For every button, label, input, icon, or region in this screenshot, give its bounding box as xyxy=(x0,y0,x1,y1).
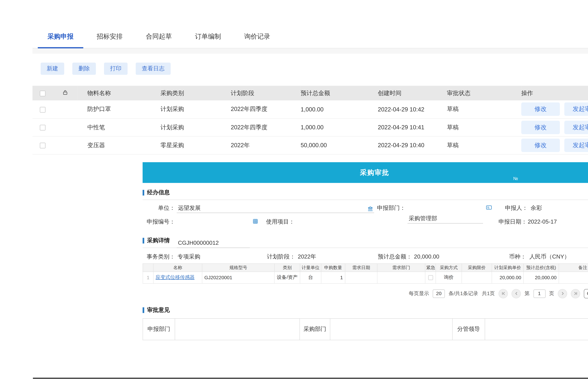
edit-button[interactable]: 修改 xyxy=(521,138,560,152)
tab-inquiry-record[interactable]: 询价记录 xyxy=(234,32,280,48)
section-approval-opinion: 审批意见 xyxy=(143,306,588,315)
start-approval-button[interactable]: 发起审批 xyxy=(564,102,588,116)
row-checkbox[interactable] xyxy=(40,125,45,130)
table-row: 防护口罩 计划采购 2022年四季度 1,000.00 2022-04-29 1… xyxy=(32,100,588,118)
page-number-input[interactable] xyxy=(533,289,545,298)
detail-header-row: 名称 规格型号 类别 计量单位 申购数量 需求日期 需求部门 紧急 采购方式 采… xyxy=(143,263,588,271)
section-title: 审批意见 xyxy=(147,306,170,314)
dcol-remark: 备注 xyxy=(559,263,588,271)
tab-order-prepare[interactable]: 订单编制 xyxy=(185,32,231,48)
opinion-purchase-dept-value xyxy=(330,318,452,340)
table-header-row: 物料名称 采购类别 计划阶段 预计总金额 创建时间 审批状态 操作 xyxy=(32,86,588,100)
dept-picker-icon[interactable] xyxy=(486,204,492,212)
table-row: 变压器 零星采购 2022年 50,000.00 2022-04-29 10:4… xyxy=(32,136,588,154)
edit-button[interactable]: 修改 xyxy=(521,121,560,134)
dcol-need-dept: 需求部门 xyxy=(377,263,425,271)
dcol-total-tax: 预计总价(含税) xyxy=(523,263,559,271)
select-all-checkbox[interactable] xyxy=(40,91,45,96)
applicant-value: 余彩 xyxy=(531,202,542,213)
urgent-checkbox[interactable] xyxy=(428,275,433,280)
panel-header: 采购审批 № xyxy=(143,162,588,183)
section-bar-icon xyxy=(143,190,144,195)
opinion-purchase-dept-label: 采购部门 xyxy=(300,318,330,340)
org-picker-icon[interactable] xyxy=(367,204,373,215)
dcol-method: 采购方式 xyxy=(436,263,462,271)
page-suffix: 页 xyxy=(549,290,554,297)
start-approval-button[interactable]: 发起审批 xyxy=(564,138,588,152)
tab-bidding-arrange[interactable]: 招标安排 xyxy=(87,32,132,48)
cell-stage: 2022年 xyxy=(231,136,301,154)
dept-label: 申报部门： xyxy=(375,202,406,213)
stage-label: 计划阶段： xyxy=(267,252,295,261)
new-button[interactable]: 新建 xyxy=(41,63,64,75)
procurement-approval-panel: 采购审批 № 经办信息 单位： 远望发展 申报部门： 采购管理部 xyxy=(143,162,588,340)
row-checkbox[interactable] xyxy=(40,107,45,112)
opinion-declare-dept-value xyxy=(175,318,300,340)
panel-title: 采购审批 xyxy=(360,168,389,177)
cell-category: 计划采购 xyxy=(161,118,231,136)
print-button[interactable]: 打印 xyxy=(104,63,127,75)
go-button[interactable]: GO xyxy=(584,289,588,298)
detail-row-index: 1 xyxy=(143,271,153,283)
item-remark xyxy=(559,271,588,283)
col-header-status: 审批状态 xyxy=(447,86,521,100)
decl-no-value: CGJH00000012 xyxy=(178,239,219,246)
cell-status: 草稿 xyxy=(447,118,521,136)
start-approval-button[interactable]: 发起审批 xyxy=(564,121,588,134)
prev-page-icon[interactable] xyxy=(512,289,521,298)
edit-button[interactable]: 修改 xyxy=(521,102,560,116)
toolbar: 新建 删除 打印 查看日志 xyxy=(32,63,588,75)
col-header-amount: 预计总金额 xyxy=(301,86,378,100)
total-value: 20,000.00 xyxy=(414,252,439,261)
cell-amount: 1,000.00 xyxy=(301,118,378,136)
delete-button[interactable]: 删除 xyxy=(72,63,96,75)
item-unit: 台 xyxy=(300,271,321,283)
col-header-name: 物料名称 xyxy=(77,86,160,100)
records-label: 条/共1条记录 xyxy=(449,290,478,297)
item-category: 设备/资产 xyxy=(274,271,300,283)
item-plan-price: 20,000.00 xyxy=(492,271,523,283)
agent-info-form: 单位： 远望发展 申报部门： 采购管理部 申报人： 余彩 申报编号： xyxy=(143,200,588,231)
table-row: 中性笔 计划采购 2022年四季度 1,000.00 2022-04-29 10… xyxy=(32,118,588,136)
cell-stage: 2022年四季度 xyxy=(231,100,301,118)
last-page-icon[interactable] xyxy=(571,289,580,298)
cell-created: 2022-04-29 10:42 xyxy=(378,100,447,118)
item-name-link[interactable]: 应变式位移传感器 xyxy=(156,274,195,280)
next-page-icon[interactable] xyxy=(558,289,567,298)
date-value: 2022-05-17 xyxy=(528,216,557,227)
stage-value: 2022年 xyxy=(298,252,316,261)
panel-number-label: № xyxy=(513,176,518,181)
cell-name: 变压器 xyxy=(77,136,160,154)
cell-stage: 2022年四季度 xyxy=(231,118,301,136)
dcol-urgent: 紧急 xyxy=(425,263,436,271)
page-prefix: 第 xyxy=(525,290,529,297)
lock-icon xyxy=(62,90,68,96)
decl-no-field[interactable]: CGJH00000012 xyxy=(177,237,250,248)
material-list-table: 物料名称 采购类别 计划阶段 预计总金额 创建时间 审批状态 操作 防护口罩 计… xyxy=(32,86,588,154)
per-page-input[interactable] xyxy=(433,289,445,298)
total-pages-label: 共1页 xyxy=(482,290,495,297)
divider-band xyxy=(32,48,588,54)
per-page-label: 每页显示 xyxy=(409,290,429,297)
first-page-icon[interactable] xyxy=(498,289,508,298)
col-header-stage: 计划阶段 xyxy=(231,86,301,100)
cell-created: 2022-04-29 10:40 xyxy=(378,136,447,154)
dcol-model: 规格型号 xyxy=(202,263,274,271)
number-picker-icon[interactable] xyxy=(252,218,258,225)
dcol-name: 名称 xyxy=(153,263,202,271)
section-bar-icon xyxy=(143,307,144,313)
cell-status: 草稿 xyxy=(447,136,521,154)
row-checkbox[interactable] xyxy=(40,143,45,148)
section-bar-icon xyxy=(143,237,144,243)
col-header-ops: 操作 xyxy=(521,86,588,100)
bottom-edge xyxy=(33,378,588,379)
dept-field[interactable]: 采购管理部 xyxy=(407,213,483,223)
tab-contract-draft[interactable]: 合同起草 xyxy=(136,32,181,48)
tab-procurement-declare[interactable]: 采购申报 xyxy=(38,32,83,48)
txn-type-value: 专项采购 xyxy=(178,252,200,261)
unit-field[interactable]: 远望发展 xyxy=(177,202,374,213)
unit-value: 远望发展 xyxy=(178,204,201,211)
dcol-unit: 计量单位 xyxy=(300,263,321,271)
view-log-button[interactable]: 查看日志 xyxy=(136,63,171,75)
section-title: 采购详情 xyxy=(147,237,170,244)
